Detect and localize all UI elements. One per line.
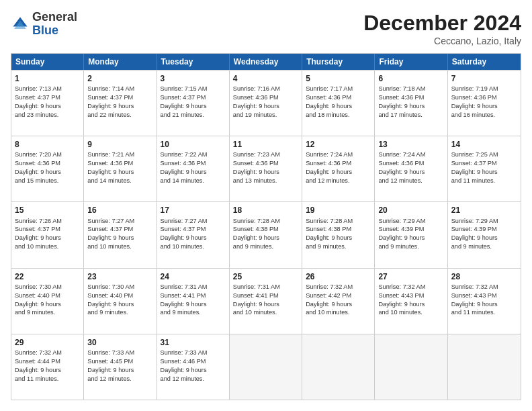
day-number: 20: [378, 205, 443, 216]
day-info: Sunrise: 7:19 AMSunset: 4:36 PMDaylight:…: [451, 85, 498, 118]
calendar-day-8: 8Sunrise: 7:20 AMSunset: 4:36 PMDaylight…: [11, 136, 84, 201]
page-title: December 2024: [363, 11, 521, 36]
day-info: Sunrise: 7:30 AMSunset: 4:40 PMDaylight:…: [15, 283, 62, 316]
day-info: Sunrise: 7:33 AMSunset: 4:45 PMDaylight:…: [87, 349, 134, 382]
day-info: Sunrise: 7:28 AMSunset: 4:38 PMDaylight:…: [306, 218, 353, 250]
day-number: 31: [161, 337, 226, 348]
calendar-day-empty: [302, 334, 375, 400]
calendar-week-5: 29Sunrise: 7:32 AMSunset: 4:44 PMDayligh…: [11, 334, 521, 400]
calendar-day-31: 31Sunrise: 7:33 AMSunset: 4:46 PMDayligh…: [157, 334, 230, 400]
col-tuesday: Tuesday: [157, 54, 230, 70]
page-subtitle: Ceccano, Lazio, Italy: [363, 36, 521, 46]
day-info: Sunrise: 7:25 AMSunset: 4:37 PMDaylight:…: [451, 151, 498, 184]
day-number: 11: [233, 139, 298, 150]
calendar-day-3: 3Sunrise: 7:15 AMSunset: 4:37 PMDaylight…: [157, 71, 230, 136]
day-info: Sunrise: 7:27 AMSunset: 4:37 PMDaylight:…: [87, 218, 134, 250]
day-info: Sunrise: 7:24 AMSunset: 4:36 PMDaylight:…: [306, 151, 353, 184]
calendar: Sunday Monday Tuesday Wednesday Thursday…: [11, 53, 521, 400]
calendar-day-9: 9Sunrise: 7:21 AMSunset: 4:36 PMDaylight…: [84, 136, 157, 201]
calendar-day-empty: [375, 334, 447, 400]
day-number: 6: [378, 73, 443, 84]
day-info: Sunrise: 7:31 AMSunset: 4:41 PMDaylight:…: [233, 283, 280, 316]
day-number: 3: [161, 73, 226, 84]
day-info: Sunrise: 7:32 AMSunset: 4:42 PMDaylight:…: [306, 283, 353, 316]
day-number: 1: [15, 73, 80, 84]
calendar-day-28: 28Sunrise: 7:32 AMSunset: 4:43 PMDayligh…: [448, 269, 521, 334]
calendar-day-empty: [230, 334, 302, 400]
day-number: 25: [233, 271, 298, 282]
calendar-day-4: 4Sunrise: 7:16 AMSunset: 4:36 PMDaylight…: [230, 71, 302, 136]
day-info: Sunrise: 7:24 AMSunset: 4:36 PMDaylight:…: [378, 151, 425, 184]
calendar-day-6: 6Sunrise: 7:18 AMSunset: 4:36 PMDaylight…: [375, 71, 447, 136]
calendar-day-26: 26Sunrise: 7:32 AMSunset: 4:42 PMDayligh…: [302, 269, 375, 334]
day-number: 15: [15, 205, 80, 216]
calendar-day-16: 16Sunrise: 7:27 AMSunset: 4:37 PMDayligh…: [84, 202, 157, 267]
col-friday: Friday: [375, 54, 447, 70]
day-number: 5: [306, 73, 371, 84]
day-number: 8: [15, 139, 80, 150]
day-info: Sunrise: 7:32 AMSunset: 4:43 PMDaylight:…: [378, 283, 425, 316]
calendar-week-2: 8Sunrise: 7:20 AMSunset: 4:36 PMDaylight…: [11, 136, 521, 201]
calendar-day-21: 21Sunrise: 7:29 AMSunset: 4:39 PMDayligh…: [448, 202, 521, 267]
logo-icon: [11, 15, 30, 34]
header: General Blue December 2024 Ceccano, Lazi…: [11, 11, 521, 46]
calendar-day-14: 14Sunrise: 7:25 AMSunset: 4:37 PMDayligh…: [448, 136, 521, 201]
day-info: Sunrise: 7:17 AMSunset: 4:36 PMDaylight:…: [306, 85, 353, 118]
day-number: 21: [451, 205, 517, 216]
calendar-day-18: 18Sunrise: 7:28 AMSunset: 4:38 PMDayligh…: [230, 202, 302, 267]
page: General Blue December 2024 Ceccano, Lazi…: [0, 0, 532, 411]
calendar-day-2: 2Sunrise: 7:14 AMSunset: 4:37 PMDaylight…: [84, 71, 157, 136]
calendar-day-11: 11Sunrise: 7:23 AMSunset: 4:36 PMDayligh…: [230, 136, 302, 201]
day-info: Sunrise: 7:26 AMSunset: 4:37 PMDaylight:…: [15, 218, 62, 250]
col-sunday: Sunday: [11, 54, 84, 70]
calendar-week-1: 1Sunrise: 7:13 AMSunset: 4:37 PMDaylight…: [11, 70, 521, 136]
day-number: 24: [161, 271, 226, 282]
day-number: 22: [15, 271, 80, 282]
calendar-day-24: 24Sunrise: 7:31 AMSunset: 4:41 PMDayligh…: [157, 269, 230, 334]
calendar-day-empty: [448, 334, 521, 400]
day-number: 13: [378, 139, 443, 150]
day-info: Sunrise: 7:20 AMSunset: 4:36 PMDaylight:…: [15, 151, 62, 184]
calendar-day-27: 27Sunrise: 7:32 AMSunset: 4:43 PMDayligh…: [375, 269, 447, 334]
col-saturday: Saturday: [448, 54, 521, 70]
day-number: 7: [451, 73, 517, 84]
day-number: 17: [161, 205, 226, 216]
calendar-header: Sunday Monday Tuesday Wednesday Thursday…: [11, 54, 521, 70]
day-info: Sunrise: 7:30 AMSunset: 4:40 PMDaylight:…: [87, 283, 134, 316]
day-number: 12: [306, 139, 371, 150]
day-number: 18: [233, 205, 298, 216]
day-number: 16: [87, 205, 152, 216]
day-info: Sunrise: 7:29 AMSunset: 4:39 PMDaylight:…: [378, 218, 425, 250]
title-block: December 2024 Ceccano, Lazio, Italy: [363, 11, 521, 46]
col-wednesday: Wednesday: [230, 54, 302, 70]
logo-blue-label: Blue: [32, 24, 77, 38]
day-number: 30: [87, 337, 152, 348]
day-number: 27: [378, 271, 443, 282]
calendar-day-15: 15Sunrise: 7:26 AMSunset: 4:37 PMDayligh…: [11, 202, 84, 267]
day-info: Sunrise: 7:28 AMSunset: 4:38 PMDaylight:…: [233, 218, 280, 250]
calendar-week-4: 22Sunrise: 7:30 AMSunset: 4:40 PMDayligh…: [11, 268, 521, 334]
day-number: 28: [451, 271, 517, 282]
day-info: Sunrise: 7:31 AMSunset: 4:41 PMDaylight:…: [161, 283, 208, 316]
logo: General Blue: [11, 11, 77, 38]
calendar-day-25: 25Sunrise: 7:31 AMSunset: 4:41 PMDayligh…: [230, 269, 302, 334]
calendar-day-23: 23Sunrise: 7:30 AMSunset: 4:40 PMDayligh…: [84, 269, 157, 334]
day-number: 14: [451, 139, 517, 150]
day-info: Sunrise: 7:23 AMSunset: 4:36 PMDaylight:…: [233, 151, 280, 184]
calendar-body: 1Sunrise: 7:13 AMSunset: 4:37 PMDaylight…: [11, 70, 521, 400]
day-info: Sunrise: 7:21 AMSunset: 4:36 PMDaylight:…: [87, 151, 134, 184]
day-number: 23: [87, 271, 152, 282]
day-number: 29: [15, 337, 80, 348]
calendar-day-20: 20Sunrise: 7:29 AMSunset: 4:39 PMDayligh…: [375, 202, 447, 267]
day-info: Sunrise: 7:32 AMSunset: 4:44 PMDaylight:…: [15, 349, 62, 382]
day-info: Sunrise: 7:29 AMSunset: 4:39 PMDaylight:…: [451, 218, 498, 250]
calendar-day-29: 29Sunrise: 7:32 AMSunset: 4:44 PMDayligh…: [11, 334, 84, 400]
day-number: 10: [161, 139, 226, 150]
calendar-day-22: 22Sunrise: 7:30 AMSunset: 4:40 PMDayligh…: [11, 269, 84, 334]
day-number: 9: [87, 139, 152, 150]
calendar-day-7: 7Sunrise: 7:19 AMSunset: 4:36 PMDaylight…: [448, 71, 521, 136]
calendar-day-10: 10Sunrise: 7:22 AMSunset: 4:36 PMDayligh…: [157, 136, 230, 201]
calendar-day-12: 12Sunrise: 7:24 AMSunset: 4:36 PMDayligh…: [302, 136, 375, 201]
day-number: 26: [306, 271, 371, 282]
day-number: 2: [87, 73, 152, 84]
